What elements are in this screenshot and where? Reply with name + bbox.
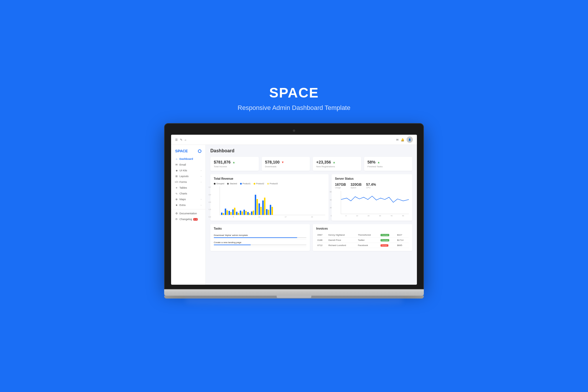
pencil-icon[interactable]: ✎: [180, 138, 182, 141]
charts-icon: ∿: [175, 192, 178, 195]
email-nav-icon: ✉: [175, 163, 178, 166]
page-heading: Dashboard: [210, 148, 412, 153]
server-stat-usage: 167GB Usage: [335, 183, 346, 189]
stat-cards: $781,876 ▲ Total Income 578,100 ▼ Downlo…: [210, 157, 412, 171]
legend-stacked: Stacked: [227, 183, 237, 185]
chevron-down-icon: ›: [201, 170, 201, 172]
tables-icon: ≡: [175, 186, 178, 189]
status-badge-3: Denied: [381, 244, 388, 247]
page-title: SPACE: [238, 85, 351, 101]
sidebar-item-email[interactable]: ✉ Email: [171, 162, 205, 168]
sidebar-item-layouts[interactable]: ⊞ Layouts ›: [171, 173, 205, 179]
sidebar-item-uikits[interactable]: ◈ UI Kits ›: [171, 168, 205, 173]
stat-card-downloads: 578,100 ▼ Downloads: [262, 157, 310, 171]
laptop-reflection: [186, 299, 402, 307]
sidebar-item-changelog[interactable]: ⟳ Changelog 1.0: [171, 216, 205, 222]
chevron-down-icon-3: ›: [201, 181, 201, 183]
dashboard: SPACE ⌂ Dashboard ✉ Email ◈ UI Kits: [171, 145, 417, 285]
email-icon[interactable]: ✉: [396, 138, 398, 141]
server-stats: 167GB Usage 320GB Space 57.4% CPU: [335, 183, 409, 189]
stat-card-income: $781,876 ▲ Total Income: [210, 157, 259, 171]
server-stat-cpu: 57.4% CPU: [366, 183, 376, 189]
total-revenue-card: Total Revenue Grouped Stacked: [210, 174, 329, 221]
docs-icon: ⚙: [175, 212, 178, 215]
stat-card-registrations: +23,356 ▲ New Registrations: [313, 157, 361, 171]
page-subtitle: Responsive Admin Dashboard Template: [238, 104, 351, 112]
sidebar: SPACE ⌂ Dashboard ✉ Email ◈ UI Kits: [171, 145, 206, 285]
maps-icon: ⊕: [175, 198, 178, 201]
menu-icon[interactable]: ☰: [175, 138, 178, 141]
changelog-badge: 1.0: [193, 218, 198, 221]
extra-icon: ★: [175, 204, 178, 207]
chevron-down-icon-2: ›: [201, 175, 201, 177]
layouts-icon: ⊞: [175, 175, 178, 178]
charts-row: Total Revenue Grouped Stacked: [210, 174, 412, 221]
tasks-list: Download 'Alpha' admin template Create a…: [214, 232, 306, 247]
invoices-card: Invoices 0567 Kenny Highland Themeforest…: [313, 224, 412, 251]
bell-icon[interactable]: 🔔: [401, 138, 404, 141]
arrow-up-icon-3: ▲: [377, 161, 380, 164]
home-icon: ⌂: [175, 157, 178, 160]
task-item-1: Download 'Alpha' admin template: [214, 232, 306, 240]
server-stat-space: 320GB Space: [351, 183, 362, 189]
tasks-card: Tasks Download 'Alpha' admin template C: [210, 224, 310, 251]
bar-chart-legend: Grouped Stacked Product1: [214, 183, 325, 185]
bottom-row: Tasks Download 'Alpha' admin template C: [210, 224, 412, 251]
task-progress-1: [214, 237, 306, 238]
chevron-down-icon-4: ›: [201, 198, 201, 200]
table-row: 0712 Richard Lunsford Facebook Denied $6…: [316, 243, 409, 248]
line-chart-area: [341, 191, 409, 214]
sidebar-brand: SPACE: [171, 148, 205, 156]
x-axis-labels: 5 11 17 23: [220, 216, 325, 218]
sidebar-item-forms[interactable]: </> Forms ›: [171, 179, 205, 185]
forms-icon: </>: [175, 181, 178, 183]
legend-grouped: Grouped: [214, 183, 224, 185]
sidebar-item-maps[interactable]: ⊕ Maps ›: [171, 196, 205, 202]
status-badge: Finished: [381, 234, 389, 236]
brand-icon: [198, 149, 201, 153]
topbar: ☰ ✎ ⌕ ✉ 🔔 👤: [171, 135, 417, 145]
legend-product2: Product2: [254, 183, 264, 185]
chevron-down-icon-5: ›: [201, 204, 201, 206]
invoices-table: 0567 Kenny Highland Themeforest Finished…: [316, 232, 409, 248]
arrow-down-icon: ▼: [281, 161, 284, 164]
laptop-screen: ☰ ✎ ⌕ ✉ 🔔 👤 SPACE: [171, 135, 417, 285]
avatar: 👤: [407, 136, 413, 143]
table-row: 0567 Kenny Highland Themeforest Finished…: [316, 232, 409, 238]
arrow-up-icon-2: ▲: [333, 161, 336, 164]
sidebar-divider: [171, 209, 205, 209]
line-x-labels: 0 10 20 30 40 50: [341, 215, 409, 217]
table-row: 0186 Darrell Price Twitter Finished $171…: [316, 238, 409, 243]
stat-card-tasks: 58% ▲ Finished Tasks: [364, 157, 413, 171]
search-icon[interactable]: ⌕: [185, 138, 186, 141]
bar-chart-area: [220, 186, 325, 215]
legend-product3: Product3: [267, 183, 278, 185]
laptop-screen-bezel: ☰ ✎ ⌕ ✉ 🔔 👤 SPACE: [164, 123, 424, 289]
server-status-card: Server Status 167GB Usage 320GB Space: [332, 174, 412, 221]
arrow-up-icon: ▲: [232, 161, 235, 164]
sidebar-item-docs[interactable]: ⚙ Documentation: [171, 211, 205, 216]
page-header: SPACE Responsive Admin Dashboard Templat…: [238, 85, 351, 112]
task-progress-2: [214, 245, 306, 245]
sidebar-item-dashboard[interactable]: ⌂ Dashboard: [171, 156, 205, 162]
sidebar-item-tables[interactable]: ≡ Tables: [171, 185, 205, 191]
uikits-icon: ◈: [175, 169, 178, 172]
status-badge-2: Finished: [381, 239, 389, 241]
laptop-base: [164, 289, 424, 296]
laptop-camera: [293, 130, 295, 132]
task-item-2: Create a new landing page: [214, 240, 306, 247]
sidebar-item-extra[interactable]: ★ Extra ›: [171, 202, 205, 208]
laptop-wrapper: ☰ ✎ ⌕ ✉ 🔔 👤 SPACE: [164, 123, 424, 307]
sidebar-item-charts[interactable]: ∿ Charts: [171, 191, 205, 196]
changelog-icon: ⟳: [175, 218, 178, 221]
legend-product1: Product1: [240, 183, 251, 185]
y-axis-labels: 3.7 3.0 2.0 1.0 0.0: [209, 186, 211, 218]
main-content: Dashboard $781,876 ▲ Total Income: [206, 145, 417, 285]
line-y-labels: 60 40 20 0: [330, 191, 332, 217]
